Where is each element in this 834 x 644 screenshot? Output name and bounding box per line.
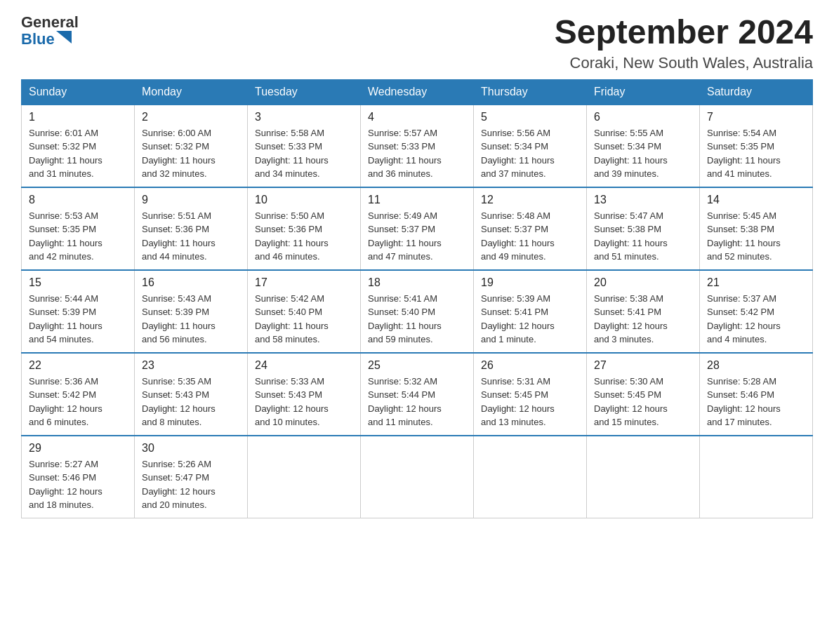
calendar-day-cell: 13Sunrise: 5:47 AM Sunset: 5:38 PM Dayli… bbox=[587, 187, 700, 270]
day-number: 16 bbox=[142, 276, 240, 289]
calendar-header-row: SundayMondayTuesdayWednesdayThursdayFrid… bbox=[22, 79, 813, 105]
calendar-day-cell: 1Sunrise: 6:01 AM Sunset: 5:32 PM Daylig… bbox=[22, 105, 135, 187]
calendar-day-cell: 22Sunrise: 5:36 AM Sunset: 5:42 PM Dayli… bbox=[22, 353, 135, 436]
day-info: Sunrise: 5:53 AM Sunset: 5:35 PM Dayligh… bbox=[29, 209, 127, 264]
day-of-week-header: Friday bbox=[587, 79, 700, 105]
day-info: Sunrise: 5:45 AM Sunset: 5:38 PM Dayligh… bbox=[707, 209, 805, 264]
calendar-day-cell bbox=[248, 436, 361, 518]
day-info: Sunrise: 5:44 AM Sunset: 5:39 PM Dayligh… bbox=[29, 292, 127, 347]
day-info: Sunrise: 5:27 AM Sunset: 5:46 PM Dayligh… bbox=[29, 457, 127, 512]
calendar-week-row: 15Sunrise: 5:44 AM Sunset: 5:39 PM Dayli… bbox=[22, 270, 813, 353]
calendar-day-cell: 6Sunrise: 5:55 AM Sunset: 5:34 PM Daylig… bbox=[587, 105, 700, 187]
calendar-day-cell: 3Sunrise: 5:58 AM Sunset: 5:33 PM Daylig… bbox=[248, 105, 361, 187]
day-info: Sunrise: 5:38 AM Sunset: 5:41 PM Dayligh… bbox=[594, 292, 692, 347]
calendar-day-cell: 11Sunrise: 5:49 AM Sunset: 5:37 PM Dayli… bbox=[361, 187, 474, 270]
calendar-day-cell: 29Sunrise: 5:27 AM Sunset: 5:46 PM Dayli… bbox=[22, 436, 135, 518]
day-number: 3 bbox=[255, 111, 353, 123]
day-of-week-header: Wednesday bbox=[361, 79, 474, 105]
day-number: 13 bbox=[594, 194, 692, 206]
calendar-day-cell: 14Sunrise: 5:45 AM Sunset: 5:38 PM Dayli… bbox=[700, 187, 813, 270]
day-number: 14 bbox=[707, 194, 805, 206]
calendar-day-cell: 30Sunrise: 5:26 AM Sunset: 5:47 PM Dayli… bbox=[135, 436, 248, 518]
day-number: 7 bbox=[707, 111, 805, 123]
day-of-week-header: Thursday bbox=[474, 79, 587, 105]
day-info: Sunrise: 5:35 AM Sunset: 5:43 PM Dayligh… bbox=[142, 375, 240, 429]
calendar-day-cell: 2Sunrise: 6:00 AM Sunset: 5:32 PM Daylig… bbox=[135, 105, 248, 187]
calendar-day-cell: 10Sunrise: 5:50 AM Sunset: 5:36 PM Dayli… bbox=[248, 187, 361, 270]
day-info: Sunrise: 5:36 AM Sunset: 5:42 PM Dayligh… bbox=[29, 375, 127, 429]
day-info: Sunrise: 5:54 AM Sunset: 5:35 PM Dayligh… bbox=[707, 126, 805, 181]
day-info: Sunrise: 5:32 AM Sunset: 5:44 PM Dayligh… bbox=[368, 375, 466, 429]
logo: General Blue bbox=[21, 14, 79, 48]
day-info: Sunrise: 6:00 AM Sunset: 5:32 PM Dayligh… bbox=[142, 126, 240, 181]
calendar-title: September 2024 bbox=[555, 14, 813, 51]
day-number: 5 bbox=[481, 111, 579, 123]
day-info: Sunrise: 5:58 AM Sunset: 5:33 PM Dayligh… bbox=[255, 126, 353, 181]
calendar-day-cell: 7Sunrise: 5:54 AM Sunset: 5:35 PM Daylig… bbox=[700, 105, 813, 187]
page-header: General Blue September 2024 Coraki, New … bbox=[21, 14, 813, 72]
day-of-week-header: Monday bbox=[135, 79, 248, 105]
day-number: 12 bbox=[481, 194, 579, 206]
calendar-subtitle: Coraki, New South Wales, Australia bbox=[555, 54, 813, 72]
day-of-week-header: Tuesday bbox=[248, 79, 361, 105]
day-number: 6 bbox=[594, 111, 692, 123]
calendar-day-cell: 27Sunrise: 5:30 AM Sunset: 5:45 PM Dayli… bbox=[587, 353, 700, 436]
calendar-day-cell: 20Sunrise: 5:38 AM Sunset: 5:41 PM Dayli… bbox=[587, 270, 700, 353]
calendar-day-cell: 23Sunrise: 5:35 AM Sunset: 5:43 PM Dayli… bbox=[135, 353, 248, 436]
calendar-day-cell: 8Sunrise: 5:53 AM Sunset: 5:35 PM Daylig… bbox=[22, 187, 135, 270]
day-number: 8 bbox=[29, 194, 127, 206]
day-info: Sunrise: 5:39 AM Sunset: 5:41 PM Dayligh… bbox=[481, 292, 579, 347]
day-number: 26 bbox=[481, 359, 579, 372]
calendar-day-cell: 19Sunrise: 5:39 AM Sunset: 5:41 PM Dayli… bbox=[474, 270, 587, 353]
day-number: 19 bbox=[481, 276, 579, 289]
calendar-day-cell: 24Sunrise: 5:33 AM Sunset: 5:43 PM Dayli… bbox=[248, 353, 361, 436]
calendar-day-cell: 12Sunrise: 5:48 AM Sunset: 5:37 PM Dayli… bbox=[474, 187, 587, 270]
day-info: Sunrise: 5:56 AM Sunset: 5:34 PM Dayligh… bbox=[481, 126, 579, 181]
day-info: Sunrise: 5:49 AM Sunset: 5:37 PM Dayligh… bbox=[368, 209, 466, 264]
calendar-day-cell: 4Sunrise: 5:57 AM Sunset: 5:33 PM Daylig… bbox=[361, 105, 474, 187]
calendar-day-cell: 9Sunrise: 5:51 AM Sunset: 5:36 PM Daylig… bbox=[135, 187, 248, 270]
day-number: 24 bbox=[255, 359, 353, 372]
calendar-day-cell: 16Sunrise: 5:43 AM Sunset: 5:39 PM Dayli… bbox=[135, 270, 248, 353]
day-info: Sunrise: 5:51 AM Sunset: 5:36 PM Dayligh… bbox=[142, 209, 240, 264]
day-number: 4 bbox=[368, 111, 466, 123]
calendar-day-cell: 26Sunrise: 5:31 AM Sunset: 5:45 PM Dayli… bbox=[474, 353, 587, 436]
calendar-day-cell: 15Sunrise: 5:44 AM Sunset: 5:39 PM Dayli… bbox=[22, 270, 135, 353]
day-info: Sunrise: 5:37 AM Sunset: 5:42 PM Dayligh… bbox=[707, 292, 805, 347]
logo-arrow-icon bbox=[56, 31, 72, 43]
day-info: Sunrise: 5:30 AM Sunset: 5:45 PM Dayligh… bbox=[594, 375, 692, 429]
day-number: 11 bbox=[368, 194, 466, 206]
day-number: 21 bbox=[707, 276, 805, 289]
calendar-week-row: 1Sunrise: 6:01 AM Sunset: 5:32 PM Daylig… bbox=[22, 105, 813, 187]
calendar-day-cell: 17Sunrise: 5:42 AM Sunset: 5:40 PM Dayli… bbox=[248, 270, 361, 353]
calendar-table: SundayMondayTuesdayWednesdayThursdayFrid… bbox=[21, 79, 813, 518]
day-info: Sunrise: 5:47 AM Sunset: 5:38 PM Dayligh… bbox=[594, 209, 692, 264]
calendar-week-row: 29Sunrise: 5:27 AM Sunset: 5:46 PM Dayli… bbox=[22, 436, 813, 518]
day-info: Sunrise: 5:50 AM Sunset: 5:36 PM Dayligh… bbox=[255, 209, 353, 264]
day-of-week-header: Sunday bbox=[22, 79, 135, 105]
day-number: 2 bbox=[142, 111, 240, 123]
calendar-day-cell: 18Sunrise: 5:41 AM Sunset: 5:40 PM Dayli… bbox=[361, 270, 474, 353]
day-info: Sunrise: 5:26 AM Sunset: 5:47 PM Dayligh… bbox=[142, 457, 240, 512]
day-number: 29 bbox=[29, 442, 127, 455]
day-number: 28 bbox=[707, 359, 805, 372]
svg-marker-0 bbox=[56, 31, 72, 43]
day-number: 22 bbox=[29, 359, 127, 372]
day-info: Sunrise: 5:57 AM Sunset: 5:33 PM Dayligh… bbox=[368, 126, 466, 181]
day-of-week-header: Saturday bbox=[700, 79, 813, 105]
day-info: Sunrise: 6:01 AM Sunset: 5:32 PM Dayligh… bbox=[29, 126, 127, 181]
calendar-day-cell: 5Sunrise: 5:56 AM Sunset: 5:34 PM Daylig… bbox=[474, 105, 587, 187]
day-info: Sunrise: 5:41 AM Sunset: 5:40 PM Dayligh… bbox=[368, 292, 466, 347]
title-block: September 2024 Coraki, New South Wales, … bbox=[555, 14, 813, 72]
day-info: Sunrise: 5:28 AM Sunset: 5:46 PM Dayligh… bbox=[707, 375, 805, 429]
day-info: Sunrise: 5:48 AM Sunset: 5:37 PM Dayligh… bbox=[481, 209, 579, 264]
day-number: 25 bbox=[368, 359, 466, 372]
calendar-day-cell bbox=[361, 436, 474, 518]
calendar-week-row: 8Sunrise: 5:53 AM Sunset: 5:35 PM Daylig… bbox=[22, 187, 813, 270]
calendar-day-cell bbox=[587, 436, 700, 518]
day-number: 30 bbox=[142, 442, 240, 455]
day-number: 20 bbox=[594, 276, 692, 289]
day-number: 9 bbox=[142, 194, 240, 206]
day-number: 17 bbox=[255, 276, 353, 289]
calendar-week-row: 22Sunrise: 5:36 AM Sunset: 5:42 PM Dayli… bbox=[22, 353, 813, 436]
